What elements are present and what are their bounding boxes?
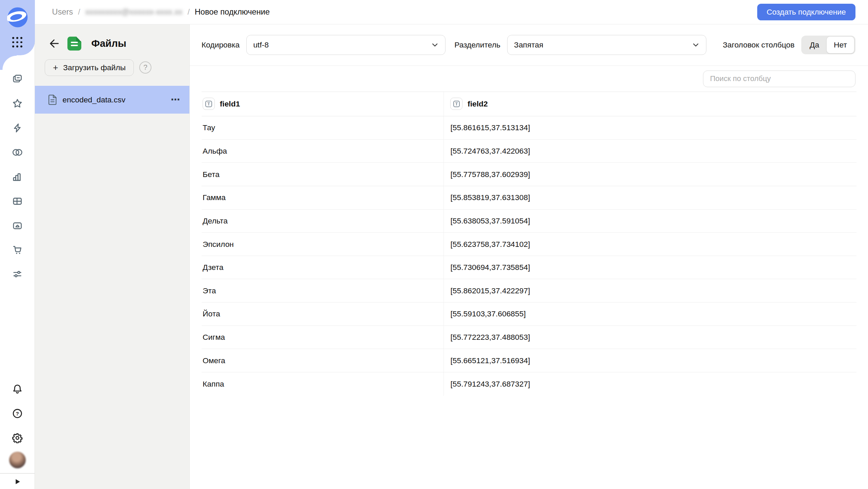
file-connection-green-icon: [67, 37, 81, 51]
datalens-logo-icon[interactable]: [7, 7, 28, 28]
string-type-icon: T: [453, 101, 460, 107]
table-row: Сигма[55.772223,37.488053]: [202, 326, 856, 349]
cell-field1: Дзета: [202, 256, 443, 279]
top-bar: Users / xxxxxxxxx@xxxxxx-xxxx.xx / Новое…: [35, 0, 868, 24]
gallery-icon[interactable]: [12, 220, 23, 231]
panel-actions: + Загрузить файлы ?: [35, 51, 190, 76]
delimiter-value: Запятая: [514, 40, 543, 50]
column-type-button[interactable]: T: [203, 98, 215, 110]
cell-field2: [55.638053,37.591054]: [443, 210, 856, 233]
breadcrumb-separator: /: [78, 7, 80, 17]
cell-field2: [55.775788,37.602939]: [443, 163, 856, 186]
app-root: ? Users / xxxxxxxxx@xxxxxx-xxxx.xx / Нов…: [0, 0, 868, 489]
cell-field1: Йота: [202, 302, 443, 326]
file-name: encoded_data.csv: [63, 95, 126, 104]
main-content: Кодировка utf-8 Разделитель Запятая Заго…: [190, 24, 868, 489]
rail-bottom: ?: [0, 384, 35, 489]
cell-field2: [55.730694,37.735854]: [443, 256, 856, 279]
notifications-bell-icon[interactable]: [12, 384, 23, 395]
chevron-down-icon: [431, 41, 438, 48]
cell-field2: [55.791243,37.687327]: [443, 372, 856, 396]
cell-field1: Тау: [202, 116, 443, 139]
services-sliders-icon[interactable]: [12, 269, 23, 280]
back-arrow-icon[interactable]: [49, 38, 60, 49]
file-list-item-selected[interactable]: encoded_data.csv ⋯: [35, 86, 190, 114]
table-row: Эпсилон[55.623758,37.734102]: [202, 233, 856, 256]
string-type-icon: T: [205, 101, 212, 107]
column-header-toggle: Да Нет: [801, 36, 855, 55]
cell-field1: Эпсилон: [202, 233, 443, 256]
create-connection-button[interactable]: Создать подключение: [757, 4, 855, 20]
table-row: Эта[55.862015,37.422297]: [202, 279, 856, 302]
toggle-option-yes[interactable]: Да: [802, 37, 827, 53]
cell-field2: [55.665121,37.516934]: [443, 349, 856, 372]
cell-field2: [55.853819,37.631308]: [443, 186, 856, 209]
charts-icon[interactable]: [12, 171, 23, 182]
file-row-menu-ellipsis[interactable]: ⋯: [171, 97, 181, 102]
table-header-row: T field1 T field2: [202, 92, 856, 117]
cell-field1: Альфа: [202, 140, 443, 163]
cell-field1: Бета: [202, 163, 443, 186]
breadcrumb-current-page: Новое подключение: [195, 7, 270, 17]
breadcrumb-users-link[interactable]: Users: [52, 7, 73, 17]
cell-field2: [55.862015,37.422297]: [443, 279, 856, 302]
cell-field2: [55.772223,37.488053]: [443, 326, 856, 349]
breadcrumb-user-link-blurred[interactable]: xxxxxxxxx@xxxxxx-xxxx.xx: [85, 7, 182, 17]
breadcrumb-separator: /: [187, 7, 190, 17]
table-row: Дельта[55.638053,37.591054]: [202, 210, 856, 233]
cell-field1: Гамма: [202, 186, 443, 209]
data-preview-table: T field1 T field2 Тау[55.861615,37.51313…: [202, 92, 856, 396]
chevron-down-icon: [692, 41, 699, 48]
table-row: Дзета[55.730694,37.735854]: [202, 256, 856, 279]
user-avatar[interactable]: [9, 452, 26, 468]
delimiter-label: Разделитель: [454, 40, 500, 50]
apps-grid-icon[interactable]: [12, 37, 23, 47]
toggle-option-no[interactable]: Нет: [827, 37, 854, 53]
left-rail: ?: [0, 0, 35, 489]
cell-field1: Сигма: [202, 326, 443, 349]
files-panel-header: Файлы: [35, 24, 190, 51]
table-body: Тау[55.861615,37.513134]Альфа[55.724763,…: [202, 116, 856, 396]
table-row: Тау[55.861615,37.513134]: [202, 116, 856, 140]
cell-field1: Омега: [202, 349, 443, 372]
connections-icon[interactable]: [12, 147, 23, 158]
files-panel: Файлы + Загрузить файлы ? encoded_data.c…: [35, 24, 190, 489]
settings-toolbar: Кодировка utf-8 Разделитель Запятая Заго…: [190, 24, 868, 66]
upload-help-icon[interactable]: ?: [139, 61, 151, 74]
search-row: [190, 66, 868, 91]
cell-field2: [55.623758,37.734102]: [443, 233, 856, 256]
rail-nav: [0, 74, 35, 280]
settings-gear-icon[interactable]: [12, 432, 23, 444]
table-row: Каппа[55.791243,37.687327]: [202, 372, 856, 396]
column-search-input[interactable]: [703, 71, 855, 87]
delimiter-select[interactable]: Запятая: [507, 35, 706, 55]
document-icon: [48, 94, 57, 105]
editor-lightning-icon[interactable]: [12, 122, 23, 134]
cell-field1: Дельта: [202, 210, 443, 233]
dashboards-icon[interactable]: [12, 196, 23, 207]
column-header-label: Заголовок столбцов: [723, 40, 794, 50]
encoding-value: utf-8: [253, 40, 269, 50]
cell-field1: Каппа: [202, 372, 443, 396]
help-question-icon[interactable]: ?: [12, 408, 23, 419]
table-header-field1: T field1: [202, 92, 443, 116]
cell-field2: [55.861615,37.513134]: [443, 116, 856, 139]
collections-icon[interactable]: [12, 74, 23, 85]
panel-title: Файлы: [91, 38, 126, 49]
column-name: field1: [220, 99, 240, 109]
svg-text:?: ?: [16, 410, 19, 416]
play-triangle-icon: [14, 478, 21, 486]
table-row: Бета[55.775788,37.602939]: [202, 163, 856, 186]
column-name: field2: [468, 99, 488, 109]
cell-field2: [55.59103,37.606855]: [443, 302, 856, 326]
favorites-star-icon[interactable]: [12, 98, 23, 109]
cell-field1: Эта: [202, 279, 443, 302]
table-row: Омега[55.665121,37.516934]: [202, 349, 856, 372]
plus-icon: +: [53, 63, 58, 72]
encoding-label: Кодировка: [202, 40, 240, 50]
encoding-select[interactable]: utf-8: [246, 35, 446, 55]
expand-rail-button[interactable]: [0, 474, 35, 489]
upload-files-button[interactable]: + Загрузить файлы: [45, 59, 134, 76]
marketplace-cart-icon[interactable]: [12, 244, 23, 255]
column-type-button[interactable]: T: [450, 98, 462, 110]
